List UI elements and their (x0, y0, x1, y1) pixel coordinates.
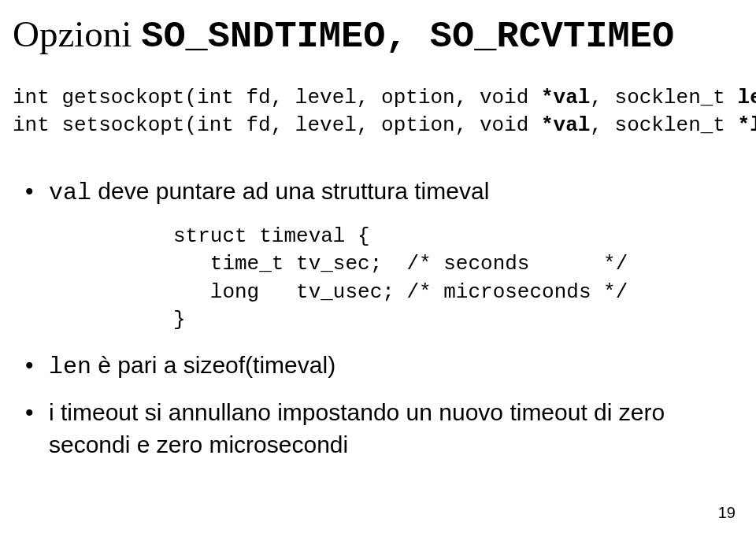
decl-line2-val: *val (541, 113, 590, 137)
bullet-3-text: i timeout si annullano impostando un nuo… (49, 399, 665, 457)
bullet-list-2: len è pari a sizeof(timeval) i timeout s… (22, 350, 743, 461)
bullet-list: val deve puntare ad una struttura timeva… (22, 176, 743, 209)
decl-line1-len: len (738, 86, 756, 109)
decl-line1-c: , socklen_t (590, 86, 737, 109)
title-word-opzioni: Opzioni (13, 13, 141, 54)
decl-line2-c: , socklen_t (590, 113, 737, 137)
slide-page: Opzioni SO_SNDTIMEO, SO_RCVTIMEO int get… (0, 0, 756, 533)
struct-line-1: struct timeval { (173, 224, 370, 248)
bullet-1-text: deve puntare ad una struttura timeval (91, 178, 489, 204)
title-mono-codes: SO_SNDTIMEO, SO_RCVTIMEO (141, 16, 674, 57)
decl-line1-val: *val (541, 86, 590, 109)
decl-line1-a: int getsockopt(int fd, level, option, vo… (13, 86, 541, 109)
struct-line-4: } (173, 308, 186, 331)
slide-title: Opzioni SO_SNDTIMEO, SO_RCVTIMEO (13, 14, 743, 57)
struct-line-3: long tv_usec; /* microseconds */ (173, 280, 628, 304)
struct-line-2: time_t tv_sec; /* seconds */ (173, 252, 628, 276)
page-number: 19 (718, 504, 736, 522)
bullet-3: i timeout si annullano impostando un nuo… (22, 397, 743, 461)
bullet-2: len è pari a sizeof(timeval) (22, 350, 743, 383)
decl-line2-a: int setsockopt(int fd, level, option, vo… (13, 113, 541, 137)
bullet-1: val deve puntare ad una struttura timeva… (22, 176, 743, 209)
bullet-1-mono: val (49, 180, 91, 206)
struct-timeval-block: struct timeval { time_t tv_sec; /* secon… (173, 223, 743, 333)
function-declarations: int getsockopt(int fd, level, option, vo… (13, 84, 743, 139)
bullet-2-text: è pari a sizeof(timeval) (91, 352, 335, 378)
decl-line2-len: *len (738, 113, 756, 137)
bullet-2-mono: len (49, 353, 91, 380)
